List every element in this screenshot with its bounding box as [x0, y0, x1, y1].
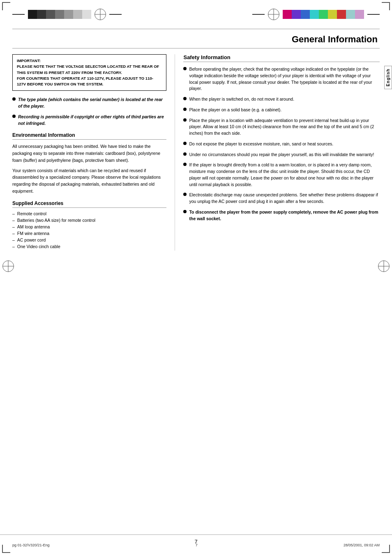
accessory-item-6: – One Video cinch cable [12, 244, 166, 249]
right-strip-section [252, 8, 380, 21]
top-left-crosshair [95, 9, 106, 20]
bullet-dot-1 [12, 97, 16, 101]
color-block-cyan [310, 10, 319, 19]
color-block-magenta [283, 10, 292, 19]
dash-6: – [12, 244, 15, 249]
dash-1: – [12, 211, 15, 216]
accessory-text-5: AC power cord [17, 237, 46, 242]
important-label: IMPORTANT: [17, 58, 41, 63]
top-right-crosshair [268, 9, 279, 20]
footer-right-text: 28/05/2001, 09:02 AM [344, 543, 380, 547]
left-bullet-2: Recording is permissible if copyright or… [12, 114, 166, 127]
safety-dot-7 [183, 163, 187, 166]
safety-dot-4 [183, 118, 187, 122]
color-block-purple [292, 10, 301, 19]
left-bullet-1: The type plate (which contains the seria… [12, 97, 166, 110]
safety-bullet-6: Under no circumstances should you repair… [183, 152, 380, 158]
top-bar [0, 0, 392, 29]
safety-dot-1 [183, 67, 187, 70]
color-block-gray4 [73, 10, 82, 19]
safety-bullet-4: Place the player in a location with adeq… [183, 117, 380, 137]
safety-bullet-1: Before operating the player, check that … [183, 66, 380, 92]
color-block-dark [37, 10, 46, 19]
safety-bullet-2: When the player is switched on, do not m… [183, 96, 380, 103]
color-block-gray5 [82, 10, 91, 19]
safety-dot-2 [183, 97, 187, 100]
dash-5: – [12, 237, 15, 242]
accessory-text-6: One Video cinch cable [17, 244, 60, 249]
color-block-blue [301, 10, 310, 19]
environmental-text-2: Your system consists of materials which … [12, 167, 166, 195]
dash-2: – [12, 218, 15, 223]
safety-text-3: Place the player on a solid base (e.g. a… [189, 107, 281, 113]
accessory-text-1: Remote control [17, 211, 46, 216]
safety-header: Safety Information [183, 54, 380, 62]
color-block-black [28, 10, 37, 19]
color-block-gray2 [55, 10, 64, 19]
left-line [12, 14, 25, 15]
color-block-yellow [328, 10, 337, 19]
main-content: IMPORTANT: PLEASE NOTE THAT THE VOLTAGE … [0, 54, 392, 251]
safety-text-5: Do not expose the player to excessive mo… [189, 141, 333, 147]
right-color-strip [283, 8, 364, 21]
accessory-item-5: – AC power cord [12, 237, 166, 242]
dash-3: – [12, 224, 15, 229]
safety-text-6: Under no circumstances should you repair… [189, 152, 374, 158]
right-line-left [109, 14, 122, 15]
color-block-pink [355, 10, 364, 19]
safety-dot-6 [183, 152, 187, 156]
important-text-1: PLEASE NOTE THAT THE VOLTAGE SELECTOR LO… [17, 64, 162, 76]
page-title-area: General Information [0, 29, 392, 48]
right-crosshair-icon [378, 260, 390, 272]
footer: pg 01-32/V320/21-Eng 7 28/05/2001, 09:02… [0, 534, 392, 555]
safety-text-4: Place the player in a location with adeq… [189, 117, 380, 137]
accessory-text-4: FM wire antenna [17, 231, 49, 236]
accessory-item-1: – Remote control [12, 211, 166, 216]
safety-bullet-8: Electrostatic discharge may cause unexpe… [183, 192, 380, 205]
footer-center-text: 7 [196, 543, 198, 547]
left-bullet-text-2: Recording is permissible if copyright or… [18, 114, 166, 127]
important-text-2: FOR COUNTRIES THAT OPERATE AT 110-127V, … [17, 76, 162, 88]
language-tab: English [384, 66, 392, 89]
safety-text-9: To disconnect the player from the power … [189, 209, 380, 222]
right-line-end [367, 14, 380, 15]
accessory-item-4: – FM wire antenna [12, 231, 166, 236]
safety-text-8: Electrostatic discharge may cause unexpe… [189, 192, 380, 205]
bullet-dot-2 [12, 115, 16, 118]
important-box: IMPORTANT: PLEASE NOTE THAT THE VOLTAGE … [12, 54, 166, 91]
page-title: General Information [292, 34, 378, 44]
safety-text-7: If the player is brought directly from a… [189, 162, 380, 188]
environmental-header: Environmental Information [12, 132, 166, 140]
safety-text-1: Before operating the player, check that … [189, 66, 380, 92]
right-strip-left-line [252, 14, 265, 15]
safety-dot-5 [183, 142, 187, 145]
safety-text-2: When the player is switched on, do not m… [189, 96, 294, 103]
safety-bullet-3: Place the player on a solid base (e.g. a… [183, 107, 380, 113]
safety-bullet-5: Do not expose the player to excessive mo… [183, 141, 380, 147]
accessory-text-2: Batteries (two AA size) for remote contr… [17, 218, 95, 223]
right-column: Safety Information Before operating the … [175, 54, 380, 251]
accessories-header: Supplied Accessories [12, 200, 166, 208]
color-block-green [319, 10, 328, 19]
accessory-text-3: AM loop antenna [17, 224, 50, 229]
safety-bullet-9: To disconnect the player from the power … [183, 209, 380, 222]
safety-dot-8 [183, 193, 187, 196]
title-divider [12, 48, 380, 48]
left-color-strip [28, 8, 91, 21]
color-block-red [337, 10, 346, 19]
safety-dot-3 [183, 108, 187, 111]
left-crosshair-icon [2, 260, 14, 272]
color-block-gray3 [64, 10, 73, 19]
safety-bullet-7: If the player is brought directly from a… [183, 162, 380, 188]
left-strip-section [12, 8, 122, 21]
footer-left-text: pg 01-32/V320/21-Eng [12, 543, 50, 547]
safety-dot-9 [183, 210, 187, 213]
left-column: IMPORTANT: PLEASE NOTE THAT THE VOLTAGE … [12, 54, 166, 251]
color-block-gray1 [46, 10, 55, 19]
environmental-text-1: All unnecessary packaging has been omitt… [12, 143, 166, 164]
accessory-item-3: – AM loop antenna [12, 224, 166, 229]
accessory-item-2: – Batteries (two AA size) for remote con… [12, 218, 166, 223]
dash-4: – [12, 231, 15, 236]
left-bullet-text-1: The type plate (which contains the seria… [18, 97, 166, 110]
color-block-ltblue [346, 10, 355, 19]
